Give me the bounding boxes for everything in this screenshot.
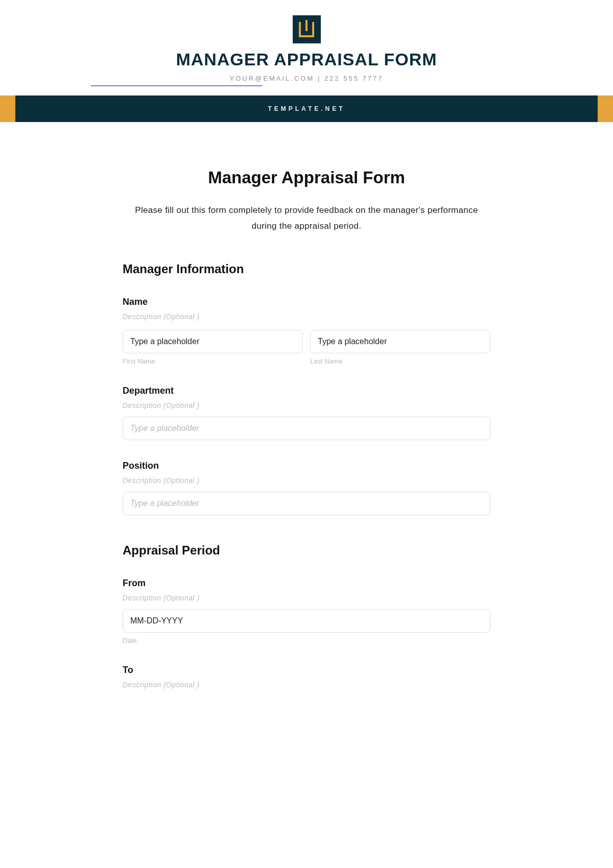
sub-last-name: Last Name bbox=[310, 357, 490, 365]
from-date-input[interactable] bbox=[123, 609, 490, 633]
header-contact: YOUR@EMAIL.COM | 222 555 7777 bbox=[230, 75, 384, 82]
section-manager-information: Manager Information bbox=[123, 262, 490, 276]
label-to: To bbox=[123, 665, 490, 676]
sub-first-name: First Name bbox=[123, 357, 303, 365]
label-name: Name bbox=[123, 297, 490, 307]
department-input[interactable] bbox=[123, 417, 490, 440]
label-department: Department bbox=[123, 385, 490, 396]
position-input[interactable] bbox=[123, 492, 490, 515]
field-name: Name Description (Optional ) First Name … bbox=[123, 297, 490, 365]
header-title: MANAGER APPRAISAL FORM bbox=[176, 50, 437, 69]
field-to: To Description (Optional ) bbox=[123, 665, 490, 689]
sub-from-date: Date bbox=[123, 637, 490, 644]
label-from: From bbox=[123, 578, 490, 589]
brand-band-text: TEMPLATE.NET bbox=[268, 105, 345, 112]
desc-position: Description (Optional ) bbox=[123, 476, 490, 485]
last-name-input[interactable] bbox=[310, 330, 490, 353]
header-underline bbox=[91, 85, 262, 86]
desc-from: Description (Optional ) bbox=[123, 594, 490, 602]
field-department: Department Description (Optional ) bbox=[123, 385, 490, 440]
first-name-input[interactable] bbox=[123, 330, 303, 353]
desc-to: Description (Optional ) bbox=[123, 681, 490, 689]
field-position: Position Description (Optional ) bbox=[123, 461, 490, 515]
desc-name: Description (Optional ) bbox=[123, 312, 490, 321]
logo bbox=[293, 15, 321, 43]
page-title: Manager Appraisal Form bbox=[123, 168, 490, 187]
field-from: From Description (Optional ) Date bbox=[123, 578, 490, 644]
section-appraisal-period: Appraisal Period bbox=[123, 543, 490, 558]
label-position: Position bbox=[123, 461, 490, 471]
brand-band: TEMPLATE.NET bbox=[0, 95, 613, 122]
intro-text: Please fill out this form completely to … bbox=[123, 203, 490, 234]
desc-department: Description (Optional ) bbox=[123, 401, 490, 409]
